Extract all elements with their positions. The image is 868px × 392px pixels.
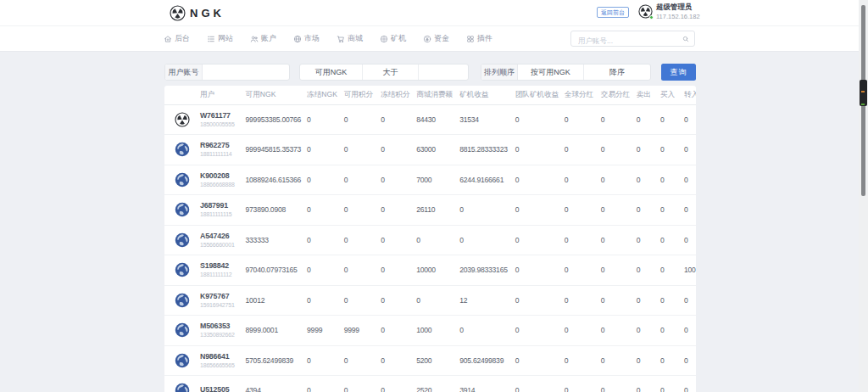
value-cell: 0 xyxy=(302,165,339,195)
value-cell: 0 xyxy=(596,225,632,255)
value-cell: 0 xyxy=(510,345,559,376)
scrollbar-thumb[interactable] xyxy=(860,80,867,106)
avatar-cell xyxy=(164,255,195,286)
column-header: 团队矿机收益 xyxy=(510,86,559,104)
avatar-cell xyxy=(164,195,195,226)
nav-item-market[interactable]: 市场 xyxy=(293,33,320,44)
nav-item-miner[interactable]: 矿机 xyxy=(380,33,406,44)
value-cell: 8815.28333323 xyxy=(454,135,510,165)
value-cell: 2520 xyxy=(411,376,454,392)
value-cell: 7000 xyxy=(411,165,454,195)
value-cell: 0 xyxy=(655,345,679,376)
operator-select[interactable]: 大于 xyxy=(363,64,419,80)
value-cell: 0 xyxy=(559,285,596,316)
value-cell: 973890.0908 xyxy=(241,195,303,226)
value-cell: 0 xyxy=(559,345,596,376)
value-cell: 0 xyxy=(302,285,339,316)
value-cell: 8999.0001 xyxy=(241,316,303,346)
gear-icon xyxy=(380,35,388,43)
nav-item-label: 商城 xyxy=(348,33,363,44)
account-filter-group: 用户账号 xyxy=(164,64,290,81)
value-cell: 0 xyxy=(510,285,559,316)
nav-item-account[interactable]: 账户 xyxy=(250,33,276,44)
user-cell: R96227518811111114 xyxy=(195,135,241,165)
value-cell: 0 xyxy=(632,104,655,135)
user-phone: 15566660001 xyxy=(200,242,241,249)
value-cell: 0 xyxy=(510,135,559,165)
online-status-dot xyxy=(649,15,654,20)
condition-value-input[interactable] xyxy=(419,64,468,80)
value-cell: 10000 xyxy=(411,255,454,286)
value-cell: 0 xyxy=(596,316,632,346)
column-header: 全球分红 xyxy=(559,86,596,104)
account-filter-input[interactable] xyxy=(203,64,289,80)
list-icon xyxy=(207,35,215,43)
value-cell: 0 xyxy=(376,285,411,316)
value-cell: 0 xyxy=(376,165,411,195)
globe-avatar-icon xyxy=(175,293,190,308)
value-cell: 0 xyxy=(596,255,632,286)
globe-avatar-icon xyxy=(175,353,190,368)
table-row: U512505439400025203914000000 xyxy=(164,376,696,392)
globe-avatar-icon xyxy=(175,322,190,338)
value-cell: 0 xyxy=(679,376,696,392)
scrollbar-mark-orange xyxy=(861,91,865,92)
nav-item-plugins[interactable]: 插件 xyxy=(466,33,492,44)
nav-item-label: 后台 xyxy=(175,33,190,44)
globe-avatar-icon xyxy=(175,142,190,157)
value-cell: 10889246.615366 xyxy=(241,165,303,195)
value-cell: 0 xyxy=(596,135,632,165)
query-button[interactable]: 查询 xyxy=(661,64,696,81)
value-cell: 0 xyxy=(655,104,679,135)
globe-icon xyxy=(293,35,302,43)
value-cell: 0 xyxy=(679,225,696,255)
value-cell: 0 xyxy=(339,225,376,255)
value-cell: 2039.98333165 xyxy=(454,255,510,286)
brand-logo: NGK xyxy=(170,0,225,25)
value-cell: 0 xyxy=(632,195,655,226)
value-cell: 0 xyxy=(339,104,376,135)
column-header: 可用积分 xyxy=(339,86,376,104)
value-cell: 0 xyxy=(376,316,411,346)
value-cell: 0 xyxy=(655,376,679,392)
value-cell: 0 xyxy=(559,135,596,165)
user-account-search-input[interactable] xyxy=(578,34,680,48)
user-phone: 13350892662 xyxy=(200,332,241,339)
value-cell: 0 xyxy=(596,345,632,376)
avatar-cell xyxy=(164,165,195,195)
ngk-avatar-icon xyxy=(175,112,190,127)
admin-avatar[interactable] xyxy=(638,4,653,19)
yuan-icon xyxy=(423,35,431,43)
value-cell: 0 xyxy=(559,255,596,286)
value-cell: 0 xyxy=(632,345,655,376)
back-to-front-button[interactable]: 返回前台 xyxy=(597,7,629,18)
nav-item-label: 市场 xyxy=(304,33,320,44)
field-select[interactable]: 可用NGK xyxy=(300,64,363,80)
nav-search-box xyxy=(570,31,695,47)
order-field-select[interactable]: 按可用NGK xyxy=(518,64,584,80)
search-icon[interactable] xyxy=(682,36,689,42)
value-cell: 0 xyxy=(376,135,411,165)
user-cell: K90020818866668888 xyxy=(195,165,241,195)
order-direction-select[interactable]: 降序 xyxy=(584,64,650,80)
value-cell: 9999 xyxy=(339,316,376,346)
value-cell: 0 xyxy=(339,345,376,376)
admin-name: 超级管理员 xyxy=(656,3,700,11)
user-phone: 18866668888 xyxy=(200,182,241,188)
nav-item-backend[interactable]: 后台 xyxy=(164,33,190,44)
table-row: A5474261556666000133333300000000000 xyxy=(164,225,696,255)
user-cell: N98664118656665565 xyxy=(195,345,241,376)
value-cell: 0 xyxy=(510,165,559,195)
value-cell: 3914 xyxy=(454,376,510,392)
value-cell: 0 xyxy=(339,255,376,286)
nav-item-mall[interactable]: 商城 xyxy=(337,33,363,44)
value-cell: 0 xyxy=(339,135,376,165)
user-table: 用户可用NGK冻结NGK可用积分冻结积分商城消费额矿机收益团队矿机收益全球分红交… xyxy=(164,86,696,392)
value-cell: 0 xyxy=(559,195,596,226)
value-cell: 0 xyxy=(302,195,339,226)
value-cell: 0 xyxy=(510,195,559,226)
nav-item-funds[interactable]: 资金 xyxy=(423,33,449,44)
nav-item-website[interactable]: 网站 xyxy=(207,33,233,44)
account-filter-label: 用户账号 xyxy=(165,64,203,80)
value-cell: 0 xyxy=(655,225,679,255)
